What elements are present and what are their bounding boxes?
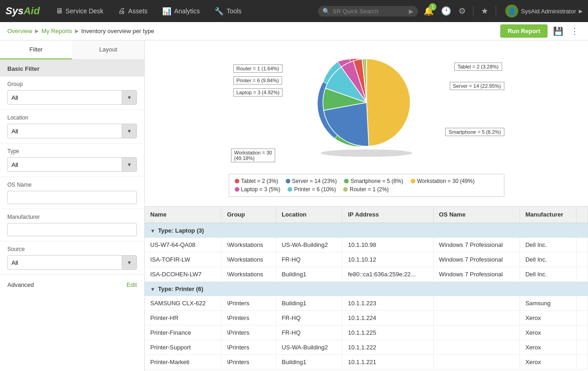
breadcrumb-my-reports[interactable]: My Reports: [41, 28, 72, 34]
tab-filter[interactable]: Filter: [0, 40, 72, 59]
legend-router: Router = 1 (2%): [343, 186, 389, 193]
location-select[interactable]: All: [8, 125, 122, 137]
legend-server: Server = 14 (23%): [286, 178, 337, 184]
group-row-laptop: ▼Type: Laptop (3): [145, 223, 588, 238]
notifications-icon[interactable]: 🔔 1: [422, 4, 435, 18]
group-select[interactable]: All: [8, 91, 122, 104]
cell-name: Printer-Support: [145, 340, 221, 355]
cell-manufacturer: Samsung: [520, 296, 576, 311]
breadcrumb-current: Inventory overview per type: [81, 28, 154, 34]
assets-icon: 🖨: [118, 7, 125, 15]
cell-os: [433, 296, 520, 311]
cell-manufacturer: Dell Inc.: [520, 252, 576, 267]
app-logo: SysAid: [6, 5, 40, 17]
search-arrow-icon: ▶: [409, 8, 413, 15]
group-row-printer: ▼Type: Printer (6): [145, 282, 588, 297]
notification-badge: 1: [429, 3, 436, 11]
breadcrumb: Overview ▶ My Reports ▶ Inventory overvi…: [7, 28, 154, 34]
breadcrumb-overview[interactable]: Overview: [7, 28, 32, 34]
source-select-wrap: All ▼: [7, 255, 137, 270]
cell-os: Windows 7 Professional: [433, 238, 520, 252]
source-filter: Source All ▼: [0, 241, 144, 275]
group-select-wrap: All ▼: [7, 90, 137, 105]
manufacturer-filter: Manufacturer: [0, 209, 144, 241]
separator2: [496, 6, 496, 17]
save-button[interactable]: 💾: [551, 24, 565, 38]
sidebar: Filter Layout Basic Filter Group All ▼ L…: [0, 40, 145, 371]
cell-name: SAMSUNG CLX-622: [145, 296, 221, 311]
cell-extra: [577, 325, 588, 340]
cell-group: \Workstations: [221, 267, 276, 282]
source-dropdown-arrow: ▼: [122, 256, 136, 269]
tab-layout[interactable]: Layout: [72, 40, 144, 59]
cell-extra: [577, 252, 588, 267]
cell-group: \Workstations: [221, 238, 276, 252]
inventory-table: Name Group Location IP Address OS Name M…: [145, 206, 588, 370]
cell-os: [433, 325, 520, 340]
cell-os: [433, 311, 520, 325]
search-box[interactable]: 🔍 ▶: [318, 6, 418, 17]
clock-icon[interactable]: 🕐: [439, 4, 453, 18]
type-select[interactable]: All: [8, 159, 122, 171]
cell-name: ISA-TOFIR-LW: [145, 252, 221, 267]
user-menu[interactable]: 👤 SysAid Administrator ▶: [505, 5, 582, 17]
legend-dot-workstation: [411, 179, 415, 183]
cell-manufacturer: Xerox: [520, 340, 576, 355]
cell-manufacturer: Dell Inc.: [520, 267, 576, 282]
table-row: Printer-HR \Printers FR-HQ 10.1.1.224 Xe…: [145, 311, 588, 325]
table-row: Printer-Support \Printers US-WA-Building…: [145, 340, 588, 355]
cell-name: Printer-Finance: [145, 325, 221, 340]
source-select[interactable]: All: [8, 257, 122, 269]
type-filter: Type All ▼: [0, 143, 144, 177]
callout-router: Router = 1 (1.64%): [233, 64, 283, 73]
manufacturer-label: Manufacturer: [7, 214, 137, 220]
cell-name: Printer-HR: [145, 311, 221, 325]
separator: [473, 6, 474, 17]
breadcrumb-arrow1: ▶: [35, 28, 39, 34]
settings-icon[interactable]: ⚙: [457, 4, 468, 18]
legend-laptop: Laptop = 3 (5%): [235, 186, 281, 193]
cell-ip: 10.1.10.12: [342, 252, 433, 267]
cell-ip: 10.1.1.225: [342, 325, 433, 340]
manufacturer-input[interactable]: [7, 223, 137, 236]
legend-tablet: Tablet = 2 (3%): [235, 178, 278, 184]
search-input[interactable]: [333, 8, 406, 15]
tools-icon: 🔧: [215, 7, 224, 16]
location-filter: Location All ▼: [0, 110, 144, 143]
cell-ip: fe80::ca1:636a:259e:22...: [342, 267, 433, 282]
table-row: SAMSUNG CLX-622 \Printers Building1 10.1…: [145, 296, 588, 311]
cell-group: \Workstations: [221, 252, 276, 267]
type-select-wrap: All ▼: [7, 157, 137, 172]
cell-ip: 10.1.1.221: [342, 355, 433, 370]
os-name-input[interactable]: [7, 191, 137, 204]
cell-ip: 10.1.10.98: [342, 238, 433, 252]
type-dropdown-arrow: ▼: [122, 158, 136, 171]
source-label: Source: [7, 246, 137, 252]
more-options-button[interactable]: ⋮: [569, 24, 581, 38]
edit-link[interactable]: Edit: [127, 281, 137, 288]
location-dropdown-arrow: ▼: [122, 124, 136, 138]
cell-os: Windows 7 Professional: [433, 267, 520, 282]
cell-location: FR-HQ: [276, 252, 342, 267]
star-icon[interactable]: ★: [479, 4, 490, 18]
svg-point-0: [321, 149, 413, 157]
table-row: ISA-TOFIR-LW \Workstations FR-HQ 10.1.10…: [145, 252, 588, 267]
cell-extra: [577, 238, 588, 252]
nav-tools[interactable]: 🔧 Tools: [208, 3, 248, 19]
cell-name: Printer-Marketi: [145, 355, 221, 370]
location-label: Location: [7, 114, 137, 121]
cell-os: Windows 7 Professional: [433, 252, 520, 267]
run-report-button[interactable]: Run Report: [500, 24, 548, 38]
nav-service-desk[interactable]: 🖥 Service Desk: [49, 3, 110, 19]
basic-filter-section: Basic Filter: [0, 60, 144, 76]
nav-analytics[interactable]: 📊 Analytics: [156, 3, 206, 19]
location-select-wrap: All ▼: [7, 124, 137, 138]
col-os: OS Name: [433, 206, 520, 223]
cell-location: Building1: [276, 296, 342, 311]
legend-dot-laptop: [235, 187, 239, 192]
type-label: Type: [7, 148, 137, 154]
nav-assets[interactable]: 🖨 Assets: [112, 3, 154, 19]
search-icon: 🔍: [322, 8, 330, 15]
os-name-label: OS Name: [7, 182, 137, 188]
cell-name: ISA-DCOHEN-LW7: [145, 267, 221, 282]
